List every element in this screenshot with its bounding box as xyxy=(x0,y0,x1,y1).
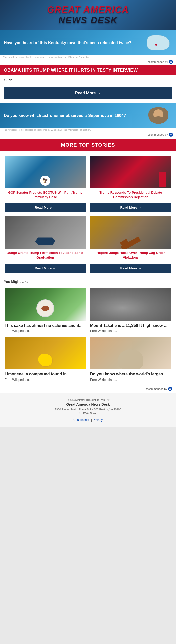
unsubscribe-link[interactable]: Unsubscribe xyxy=(73,418,90,422)
more-top-stories-title: MORE TOP STORIES xyxy=(61,142,115,148)
rec-wiki-badge: W xyxy=(168,387,172,391)
rec-recommended-text: Recommended by xyxy=(145,387,167,390)
rec-recommended: Recommended by W xyxy=(0,385,176,393)
article-excerpt: Ouch... xyxy=(0,75,176,85)
you-might-like-label: You Might Like xyxy=(0,277,176,285)
ad2-disclaimer: This newsletter is not affiliated or spo… xyxy=(0,128,176,132)
ad-banner-1[interactable]: Have you heard of this Kentucky town tha… xyxy=(0,30,176,55)
rec-image-2 xyxy=(90,288,171,321)
crater-icon xyxy=(90,288,171,321)
ad-banner-2[interactable]: Do you know which astronomer observed a … xyxy=(0,103,176,128)
recommendations-grid: This cake has almost no calories and it.… xyxy=(0,285,176,385)
footer-links: Unsubscribe | Privacy xyxy=(4,418,172,422)
main-read-more-button[interactable]: Read More → xyxy=(4,87,172,99)
story-title-3: Judge Grants Trump Permission To Attend … xyxy=(5,251,86,260)
story-card-2: Trump Responds To Presidential Debate Co… xyxy=(88,154,173,214)
map-dot xyxy=(155,44,157,46)
main-headline-bar: Obama Hits Trump Where It Hurts In Testy… xyxy=(0,65,176,75)
rec-source-4: Free Wikipedia c... xyxy=(90,378,171,382)
story-title-2: Trump Responds To Presidential Debate Co… xyxy=(90,190,171,199)
rec-card-4[interactable]: Do you know where the world's larges... … xyxy=(88,335,173,383)
lemon-icon xyxy=(38,353,53,367)
story-image-2 xyxy=(90,156,171,188)
story-title-4: Report: Judge Rules Over Trump Gag Order… xyxy=(90,251,171,260)
plane-icon xyxy=(35,237,55,245)
rec-title-2: Mount Takahe is a 11,350 ft high snow-..… xyxy=(90,323,171,328)
plate-food-icon xyxy=(41,306,49,311)
footer: This Newsletter Brought To You By: Great… xyxy=(0,393,176,427)
map-shape xyxy=(147,35,170,50)
portrait-shape xyxy=(148,107,168,124)
ad2-wiki-badge: W xyxy=(169,133,173,137)
stories-grid: 🦅 GOP Senator Predicts SCOTUS Will Punt … xyxy=(0,151,176,277)
ad1-recommended: Recommended by W xyxy=(0,59,176,65)
rec-card-3[interactable]: Limonene, a compound found in... Free Wi… xyxy=(3,335,88,383)
story-title-1: GOP Senator Predicts SCOTUS Will Punt Tr… xyxy=(5,190,86,199)
story-image-3 xyxy=(5,216,86,249)
story-read-more-3[interactable]: Read More → xyxy=(5,264,86,273)
boulder-icon xyxy=(118,349,143,369)
presidential-seal-icon: 🦅 xyxy=(40,176,50,186)
header-banner: Great America News Desk xyxy=(0,0,176,30)
rec-card-1[interactable]: This cake has almost no calories and it.… xyxy=(3,286,88,335)
story-card-3: Judge Grants Trump Permission To Attend … xyxy=(3,214,88,274)
gavel-icon xyxy=(121,237,141,249)
header-title-news: News Desk xyxy=(47,15,129,26)
trump-figure-icon xyxy=(159,172,166,187)
rec-source-2: Free Wikipedia c... xyxy=(90,329,171,333)
footer-address: 1900 Reston Metro Plaza Suite 600 Reston… xyxy=(4,408,172,411)
rec-image-1 xyxy=(5,288,86,321)
rec-image-3 xyxy=(5,337,86,369)
rec-source-1: Free Wikipedia c... xyxy=(5,329,86,333)
ad-banner-1-text: Have you heard of this Kentucky town tha… xyxy=(4,40,145,46)
rec-title-1: This cake has almost no calories and it.… xyxy=(5,323,86,328)
portrait-beard xyxy=(152,116,165,123)
footer-edm: An EDM Brand xyxy=(4,412,172,415)
rec-card-2[interactable]: Mount Takahe is a 11,350 ft high snow-..… xyxy=(88,286,173,335)
ad-banner-1-image xyxy=(145,34,172,52)
footer-brought: This Newsletter Brought To You By: xyxy=(4,398,172,401)
ad-banner-2-text: Do you know which astronomer observed a … xyxy=(4,113,145,118)
story-image-1: 🦅 xyxy=(5,156,86,188)
story-read-more-2[interactable]: Read More → xyxy=(90,203,171,212)
ad-banner-2-image xyxy=(145,107,172,124)
header-title-great: Great America xyxy=(47,5,129,15)
rec-source-3: Free Wikipedia c... xyxy=(5,378,86,382)
more-top-stories-header: MORE TOP STORIES xyxy=(0,139,176,151)
footer-brand: Great America News Desk xyxy=(4,402,172,406)
plate-icon xyxy=(36,299,54,317)
ad2-recommended-text: Recommended by xyxy=(146,133,168,136)
story-read-more-4[interactable]: Read More → xyxy=(90,264,171,273)
ad2-recommended: Recommended by W xyxy=(0,132,176,138)
ad1-recommended-text: Recommended by xyxy=(146,60,168,63)
rec-image-4 xyxy=(90,337,171,369)
story-image-4 xyxy=(90,216,171,249)
rec-title-4: Do you know where the world's larges... xyxy=(90,371,171,377)
story-read-more-1[interactable]: Read More → xyxy=(5,203,86,212)
story-card-1: 🦅 GOP Senator Predicts SCOTUS Will Punt … xyxy=(3,154,88,214)
ad1-disclaimer: This newsletter is not affiliated or spo… xyxy=(0,55,176,59)
main-headline-text: Obama Hits Trump Where It Hurts In Testy… xyxy=(4,68,138,73)
rec-title-3: Limonene, a compound found in... xyxy=(5,371,86,377)
footer-pipe: | xyxy=(90,418,93,422)
ad1-wiki-badge: W xyxy=(169,60,173,64)
story-card-4: Report: Judge Rules Over Trump Gag Order… xyxy=(88,214,173,274)
privacy-link[interactable]: Privacy xyxy=(93,418,103,422)
